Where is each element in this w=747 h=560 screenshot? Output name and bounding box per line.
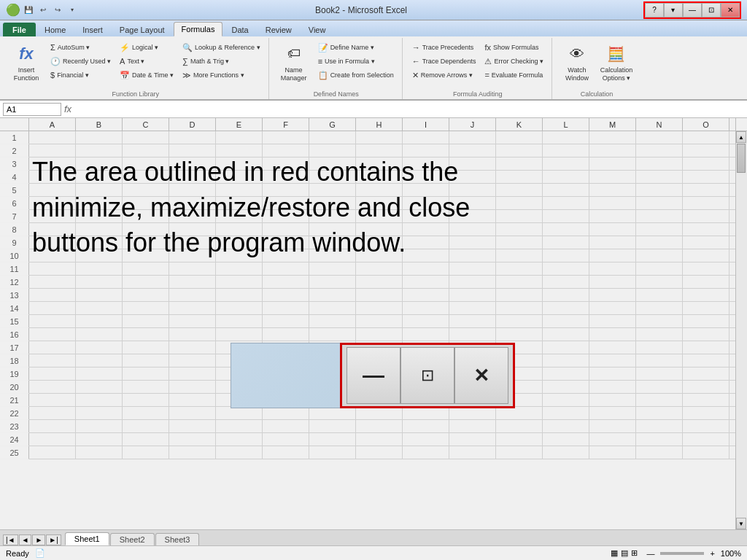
cell-5-12[interactable] — [589, 184, 636, 197]
cell-5-4[interactable] — [216, 184, 263, 197]
cell-8-0[interactable] — [29, 223, 76, 236]
tab-page-layout[interactable]: Page Layout — [112, 23, 173, 36]
cell-22-8[interactable] — [403, 407, 449, 420]
scroll-down-btn[interactable]: ▼ — [736, 518, 746, 529]
cell-8-12[interactable] — [589, 223, 636, 236]
cell-16-6[interactable] — [309, 328, 356, 341]
cell-13-1[interactable] — [76, 289, 123, 302]
cell-12-4[interactable] — [216, 276, 263, 289]
cell-21-12[interactable] — [589, 394, 636, 407]
cell-6-7[interactable] — [356, 197, 403, 210]
cell-12-6[interactable] — [309, 276, 356, 289]
cell-22-12[interactable] — [589, 407, 636, 420]
cell-6-8[interactable] — [403, 197, 449, 210]
cell-5-14[interactable] — [683, 184, 729, 197]
cell-1-12[interactable] — [589, 131, 636, 144]
cell-10-13[interactable] — [636, 249, 683, 262]
cell-9-0[interactable] — [29, 236, 76, 249]
cell-24-7[interactable] — [356, 433, 403, 446]
cell-22-3[interactable] — [169, 407, 216, 420]
cell-22-11[interactable] — [543, 407, 589, 420]
lookup-reference-button[interactable]: 🔍 Lookup & Reference ▾ — [179, 41, 264, 54]
cell-11-10[interactable] — [496, 262, 543, 276]
cell-6-13[interactable] — [636, 197, 683, 210]
cell-16-12[interactable] — [589, 328, 636, 341]
cell-22-1[interactable] — [76, 407, 123, 420]
cell-4-6[interactable] — [309, 171, 356, 184]
cell-7-12[interactable] — [589, 210, 636, 223]
cell-20-0[interactable] — [29, 381, 76, 394]
cell-24-1[interactable] — [76, 433, 123, 446]
cell-10-11[interactable] — [543, 249, 589, 262]
cell-8-1[interactable] — [76, 223, 123, 236]
cell-13-13[interactable] — [636, 289, 683, 302]
cell-23-14[interactable] — [683, 420, 729, 433]
cell-1-6[interactable] — [309, 131, 356, 144]
help-btn[interactable]: ? — [645, 3, 664, 18]
zoom-in-btn[interactable]: + — [710, 549, 714, 558]
cell-18-3[interactable] — [169, 354, 216, 368]
sheet-tab-3[interactable]: Sheet3 — [155, 533, 200, 545]
cell-1-1[interactable] — [76, 131, 123, 144]
zoom-slider[interactable] — [660, 552, 704, 555]
cell-10-14[interactable] — [683, 249, 729, 262]
cell-14-10[interactable] — [496, 302, 543, 315]
cell-7-1[interactable] — [76, 210, 123, 223]
cell-9-1[interactable] — [76, 236, 123, 249]
cell-19-3[interactable] — [169, 368, 216, 381]
cell-7-0[interactable] — [29, 210, 76, 223]
cell-14-13[interactable] — [636, 302, 683, 315]
cell-12-11[interactable] — [543, 276, 589, 289]
cell-17-1[interactable] — [76, 341, 123, 354]
cell-25-7[interactable] — [356, 446, 403, 459]
cell-4-2[interactable] — [123, 171, 169, 184]
cell-13-2[interactable] — [123, 289, 169, 302]
cell-25-0[interactable] — [29, 446, 76, 459]
cell-12-3[interactable] — [169, 276, 216, 289]
cell-10-1[interactable] — [76, 249, 123, 262]
cell-7-5[interactable] — [263, 210, 309, 223]
cell-7-4[interactable] — [216, 210, 263, 223]
cell-8-9[interactable] — [449, 223, 496, 236]
cell-14-5[interactable] — [263, 302, 309, 315]
sheet-nav-last[interactable]: ►| — [46, 534, 61, 545]
cell-15-11[interactable] — [543, 315, 589, 328]
cell-17-11[interactable] — [543, 341, 589, 354]
cell-3-4[interactable] — [216, 158, 263, 171]
cell-7-3[interactable] — [169, 210, 216, 223]
cell-19-13[interactable] — [636, 368, 683, 381]
cell-5-6[interactable] — [309, 184, 356, 197]
cell-1-5[interactable] — [263, 131, 309, 144]
cell-15-9[interactable] — [449, 315, 496, 328]
cell-14-12[interactable] — [589, 302, 636, 315]
cell-9-5[interactable] — [263, 236, 309, 249]
cell-24-4[interactable] — [216, 433, 263, 446]
cell-10-2[interactable] — [123, 249, 169, 262]
tab-review[interactable]: Review — [258, 23, 300, 36]
cell-12-12[interactable] — [589, 276, 636, 289]
cell-4-8[interactable] — [403, 171, 449, 184]
cell-2-14[interactable] — [683, 144, 729, 158]
tab-insert[interactable]: Insert — [74, 23, 111, 36]
cell-16-11[interactable] — [543, 328, 589, 341]
cell-18-13[interactable] — [636, 354, 683, 368]
cell-23-5[interactable] — [263, 420, 309, 433]
cell-7-14[interactable] — [683, 210, 729, 223]
cell-10-5[interactable] — [263, 249, 309, 262]
cell-10-4[interactable] — [216, 249, 263, 262]
cell-23-4[interactable] — [216, 420, 263, 433]
sheet-tab-2[interactable]: Sheet2 — [110, 533, 155, 545]
cell-13-11[interactable] — [543, 289, 589, 302]
cell-8-11[interactable] — [543, 223, 589, 236]
cell-1-3[interactable] — [169, 131, 216, 144]
cell-12-10[interactable] — [496, 276, 543, 289]
cell-3-10[interactable] — [496, 158, 543, 171]
cell-20-12[interactable] — [589, 381, 636, 394]
cell-8-6[interactable] — [309, 223, 356, 236]
cell-11-14[interactable] — [683, 262, 729, 276]
cell-15-13[interactable] — [636, 315, 683, 328]
sheet-tab-1[interactable]: Sheet1 — [65, 532, 109, 545]
close-btn[interactable]: ✕ — [721, 3, 740, 18]
cell-25-14[interactable] — [683, 446, 729, 459]
define-name-button[interactable]: 📝 Define Name ▾ — [314, 41, 398, 54]
